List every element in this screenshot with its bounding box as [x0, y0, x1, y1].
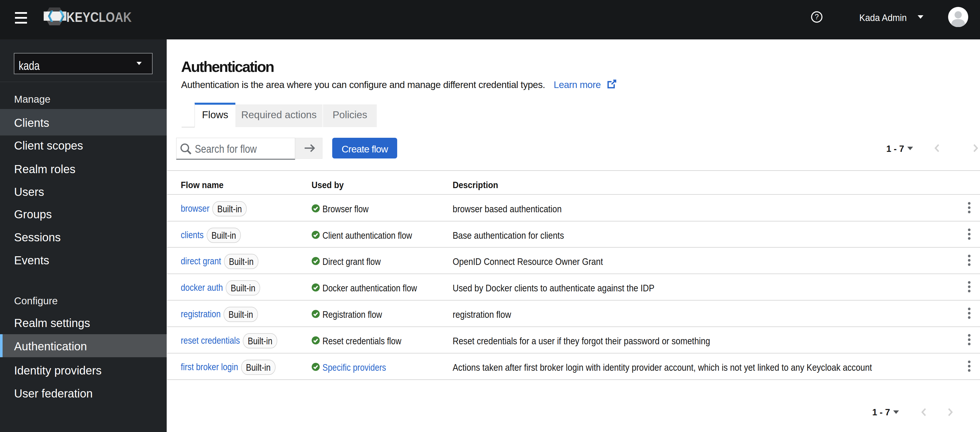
svg-text:?: ?: [815, 13, 819, 21]
svg-text:KEYCLOAK: KEYCLOAK: [67, 10, 132, 25]
